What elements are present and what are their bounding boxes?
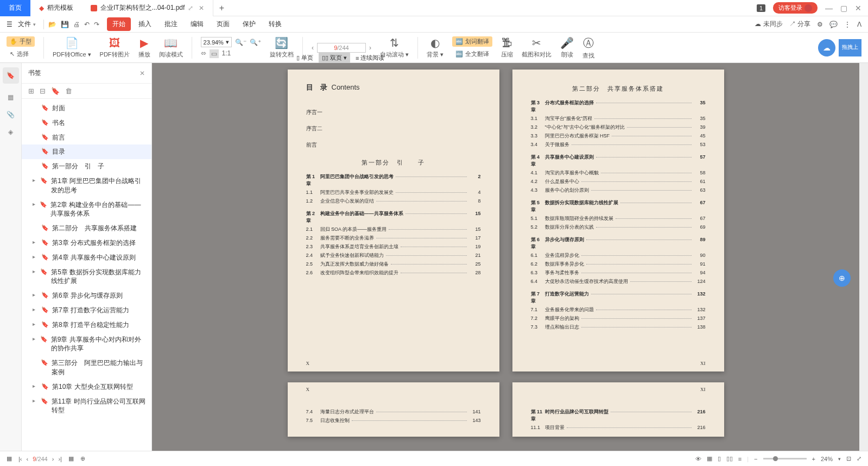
drag-upload[interactable]: 拖拽上 — [839, 39, 861, 56]
notification-badge[interactable]: 1 — [757, 4, 765, 12]
zoom-out-status-icon[interactable]: − — [754, 456, 757, 462]
layers-panel-icon[interactable]: ◈ — [8, 128, 13, 136]
page-number-input[interactable]: 9/244 — [317, 43, 366, 53]
last-page-icon[interactable]: ›| — [58, 456, 62, 462]
bookmark-item[interactable]: ▸🔖第10章 大型央企互联网转型 — [22, 380, 151, 394]
double-page-button[interactable]: ▯▯ 双页 ▾ — [319, 52, 350, 64]
actual-size-icon[interactable]: 1:1 — [222, 49, 231, 58]
menu-tab-insert[interactable]: 插入 — [133, 17, 157, 31]
collapse-all-icon[interactable]: ⊟ — [40, 87, 46, 95]
view-double-icon[interactable]: ▯▯ — [726, 455, 733, 462]
fit-icon[interactable]: ⊡ — [846, 455, 851, 462]
login-button[interactable]: 访客登录 — [773, 2, 818, 14]
fit-width-icon[interactable]: ⬄ — [201, 49, 206, 58]
bookmark-item[interactable]: 🔖目录 — [22, 144, 151, 159]
delete-bookmark-icon[interactable]: 🗑 — [65, 87, 72, 95]
menu-tab-page[interactable]: 页面 — [211, 17, 235, 31]
cloud-icon[interactable]: ☁ — [818, 39, 835, 56]
minimize-icon[interactable]: — — [825, 4, 833, 12]
crop-compare-button[interactable]: ✂截图和对比 — [522, 36, 552, 59]
zoom-level[interactable]: 23.94% ▾ — [201, 37, 232, 47]
view-continuous-icon[interactable]: ≡ — [738, 456, 742, 462]
collapse-ribbon-icon[interactable]: ᐱ — [857, 21, 861, 28]
zoom-out-icon[interactable]: 🔍⁻ — [235, 39, 246, 46]
add-bookmark-icon[interactable]: 🔖 — [51, 87, 60, 95]
save-icon[interactable]: 💾 — [61, 21, 69, 28]
right-scrollbar[interactable] — [859, 63, 868, 451]
single-page-button[interactable]: ▯ 单页 — [293, 52, 316, 64]
compress-button[interactable]: 🗜压缩 — [501, 37, 513, 59]
expand-all-icon[interactable]: ⊞ — [28, 87, 34, 95]
status-page-input[interactable]: 9/244 — [33, 456, 48, 462]
next-page-status-icon[interactable]: › — [52, 456, 54, 462]
bookmark-item[interactable]: ▸🔖第2章 构建业务中台的基础——共享服务体系 — [22, 198, 151, 222]
hand-tool[interactable]: ✋ 手型 — [7, 36, 35, 47]
zoom-percent[interactable]: 24% — [821, 456, 833, 462]
tab-template[interactable]: ◆稻壳模板 — [30, 0, 82, 16]
redo-icon[interactable]: ↷ — [94, 21, 99, 28]
thumbnail-panel-icon[interactable]: ▦ — [8, 93, 14, 101]
status-panel-icon[interactable]: ▦ — [7, 455, 12, 462]
bookmark-item[interactable]: ▸🔖第9章 共享服务中心对内和对外的协作共享 — [22, 332, 151, 356]
print-icon[interactable]: 🖨 — [73, 21, 80, 28]
chat-icon[interactable]: 💬 — [829, 21, 838, 28]
read-aloud-button[interactable]: 🎤朗读 — [560, 36, 574, 59]
fit-page-icon[interactable]: ▭ — [210, 49, 219, 58]
bookmark-item[interactable]: ▸🔖第5章 数据拆分实现数据库能力线性扩展 — [22, 265, 151, 289]
sidebar-close-icon[interactable]: ✕ — [140, 70, 145, 77]
selection-translate[interactable]: 🔤 划词翻译 — [452, 36, 492, 47]
zoom-slider[interactable] — [763, 458, 807, 459]
add-page-icon[interactable]: ⊕ — [80, 455, 85, 462]
first-page-icon[interactable]: |‹ — [18, 456, 22, 462]
bookmark-item[interactable]: ▸🔖第3章 分布式服务框架的选择 — [22, 236, 151, 250]
view-thumb-icon[interactable]: ▦ — [707, 455, 712, 462]
new-tab-button[interactable]: + — [213, 3, 230, 13]
bookmark-panel-icon[interactable]: 🔖 — [3, 67, 19, 84]
menu-tab-start[interactable]: 开始 — [107, 17, 131, 31]
rotate-button[interactable]: 🔄旋转文档 — [270, 36, 294, 59]
bookmark-item[interactable]: 🔖封面 — [22, 101, 151, 116]
attachment-panel-icon[interactable]: 📎 — [7, 111, 15, 118]
read-mode-button[interactable]: 📖阅读模式 — [159, 36, 183, 59]
tab-document[interactable]: 企业IT架构转型之...04-01.pdf⤢✕ — [82, 0, 213, 16]
bookmark-item[interactable]: ▸🔖第7章 打造数字化运营能力 — [22, 303, 151, 318]
bookmark-item[interactable]: ▸🔖第6章 异步化与缓存原则 — [22, 288, 151, 303]
zoom-in-status-icon[interactable]: + — [812, 456, 815, 462]
play-button[interactable]: ▶播放 — [138, 36, 150, 59]
bookmark-item[interactable]: 🔖第一部分 引 子 — [22, 159, 151, 174]
sync-status[interactable]: ☁ 未同步 — [755, 20, 782, 29]
continuous-button[interactable]: ≡ 连续阅读 — [352, 52, 388, 64]
settings-icon[interactable]: ⚙ — [817, 21, 823, 28]
menu-tab-annotate[interactable]: 批注 — [159, 17, 183, 31]
tab-home[interactable]: 首页 — [0, 0, 30, 16]
background-button[interactable]: ◐背景 ▾ — [427, 36, 443, 59]
fullscreen-icon[interactable]: ⤢ — [857, 455, 861, 462]
tab-pin-icon[interactable]: ⤢ — [188, 4, 193, 12]
share-button[interactable]: ↗ 分享 — [789, 20, 810, 29]
menu-tab-edit[interactable]: 编辑 — [185, 17, 209, 31]
pdf-to-image-button[interactable]: 🖼PDF转图片 — [100, 37, 130, 59]
select-tool[interactable]: ↖ 选择 — [7, 49, 35, 59]
maximize-icon[interactable]: ▢ — [840, 4, 847, 12]
more-icon[interactable]: ⋮ — [844, 21, 851, 28]
close-window-icon[interactable]: ✕ — [855, 4, 861, 12]
zoom-in-icon[interactable]: 🔍⁺ — [250, 39, 261, 46]
floating-action-icon[interactable]: ⊕ — [833, 269, 851, 287]
eye-care-icon[interactable]: 👁 — [695, 456, 701, 462]
undo-icon[interactable]: ↶ — [84, 21, 90, 28]
pdf-to-office-button[interactable]: 📄PDF转Office ▾ — [53, 36, 91, 59]
fulltext-translate[interactable]: 🔤 全文翻译 — [452, 49, 492, 59]
view-single-icon[interactable]: ▯ — [718, 455, 721, 462]
bookmark-item[interactable]: ▸🔖第11章 时尚行业品牌公司互联网转型 — [22, 394, 151, 418]
bookmark-item[interactable]: ▸🔖第4章 共享服务中心建设原则 — [22, 250, 151, 265]
menu-icon[interactable]: ☰ — [7, 21, 12, 28]
thumbnail-status-icon[interactable]: ▦ — [68, 455, 74, 462]
open-icon[interactable]: 📂 — [48, 21, 56, 28]
prev-page-icon[interactable]: ‹ — [312, 44, 314, 52]
bookmark-item[interactable]: 🔖前言 — [22, 130, 151, 145]
bookmark-item[interactable]: 🔖书名 — [22, 116, 151, 130]
bookmark-item[interactable]: ▸🔖第1章 阿里巴巴集团中台战略引发的思考 — [22, 174, 151, 198]
tab-close-icon[interactable]: ✕ — [199, 4, 204, 12]
bookmark-item[interactable]: ▸🔖第8章 打造平台稳定性能力 — [22, 318, 151, 332]
bookmark-item[interactable]: 🔖第三部分 阿里巴巴能力输出与案例 — [22, 356, 151, 380]
